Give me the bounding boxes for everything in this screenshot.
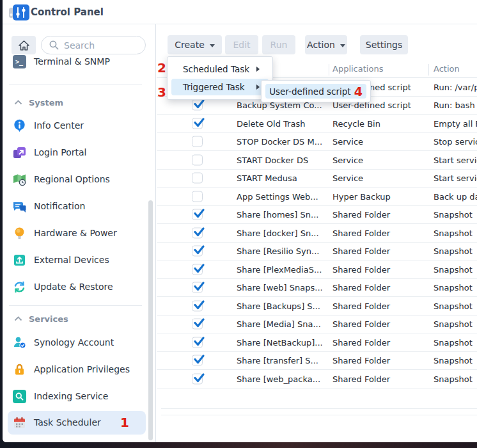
- sidebar-item-indexing-service[interactable]: Indexing Service: [13, 388, 108, 404]
- task-name: STOP Docker DS M...: [237, 137, 322, 147]
- table-row[interactable]: Share [web] Snaps... Shared Folder Snaps…: [157, 279, 477, 298]
- task-application: Shared Folder: [332, 374, 390, 383]
- home-button[interactable]: [12, 36, 36, 54]
- search-icon: [49, 40, 59, 51]
- sidebar-item-update-restore[interactable]: Update & Restore: [13, 279, 113, 294]
- action-button[interactable]: Action: [305, 35, 347, 54]
- task-action: Snapshot: [434, 283, 473, 292]
- row-checkbox[interactable]: [192, 118, 203, 129]
- column-header-action[interactable]: Action: [434, 64, 460, 74]
- sidebar-item-application-privileges[interactable]: Application Privileges: [13, 362, 130, 377]
- task-action: Snapshot: [434, 356, 473, 365]
- row-checkbox[interactable]: [192, 319, 203, 330]
- divider: [9, 84, 142, 84]
- row-checkbox[interactable]: [192, 227, 203, 238]
- table-row[interactable]: Share [Media] Sna... Shared Folder Snaps…: [157, 316, 477, 334]
- sidebar-item-task-scheduler[interactable]: Task Scheduler: [13, 415, 101, 430]
- task-scheduler-icon: [13, 416, 26, 429]
- home-icon: [19, 40, 29, 51]
- task-application: Shared Folder: [332, 228, 390, 237]
- task-name: Share [web] Snaps...: [237, 283, 323, 292]
- notification-icon: [13, 200, 26, 213]
- table-row[interactable]: Share [homes] Sn... Shared Folder Snapsh…: [157, 206, 477, 225]
- row-checkbox[interactable]: [192, 337, 203, 348]
- column-header-applications[interactable]: Applications: [332, 64, 383, 74]
- checkmark-icon: [192, 371, 206, 385]
- table-row[interactable]: Share [transfer] S... Shared Folder Snap…: [157, 352, 477, 371]
- indexing-service-icon: [13, 390, 26, 403]
- create-button[interactable]: Create: [168, 35, 222, 54]
- table-row[interactable]: Share [PlexMediaS... Shared Folder Snaps…: [157, 260, 477, 279]
- row-checkbox[interactable]: [192, 355, 203, 366]
- row-checkbox[interactable]: [192, 154, 203, 165]
- task-name: Share [Resilio Syn...: [237, 246, 319, 256]
- menu-item-triggered-task[interactable]: Triggered Task: [171, 79, 269, 95]
- row-checkbox[interactable]: [192, 373, 203, 384]
- sidebar-item-login-portal[interactable]: Login Portal: [13, 145, 86, 160]
- task-name: Share [PlexMediaS...: [237, 264, 322, 274]
- settings-button[interactable]: Settings: [360, 35, 408, 54]
- sidebar-item-notification[interactable]: Notification: [13, 198, 85, 214]
- row-checkbox[interactable]: [192, 136, 203, 147]
- table-row[interactable]: Share [web_packa... Shared Folder Snapsh…: [157, 370, 477, 388]
- control-panel-window: Control Panel >_ Terminal & SNMP: [3, 0, 477, 442]
- sidebar-item-info-center[interactable]: Info Center: [13, 118, 84, 133]
- table-row[interactable]: Share [docker] Sn... Shared Folder Snaps…: [157, 224, 477, 243]
- sidebar-item-synology-account[interactable]: Synology Account: [13, 335, 114, 350]
- row-checkbox[interactable]: [192, 282, 203, 293]
- task-application: Hyper Backup: [332, 191, 391, 201]
- task-application: Shared Folder: [332, 319, 390, 329]
- application-privileges-icon: [13, 363, 26, 376]
- sidebar-item-external-devices[interactable]: External Devices: [13, 252, 109, 268]
- task-scheduler-panel: 2 Create Edit Run Action Settings Applic…: [157, 24, 477, 442]
- row-checkbox[interactable]: [192, 300, 203, 311]
- section-header-services[interactable]: Services: [14, 313, 68, 324]
- row-checkbox[interactable]: [192, 246, 203, 257]
- table-row[interactable]: Share [NetBackup]... Shared Folder Snaps…: [157, 333, 477, 352]
- table-end-line: [161, 415, 477, 415]
- task-table-body: User-defined script Run: /var/p Backup S…: [157, 78, 477, 388]
- table-row[interactable]: App Settings Web... Hyper Backup Back up…: [157, 188, 477, 206]
- checkmark-icon: [192, 335, 206, 348]
- task-action: Snapshot: [434, 374, 473, 383]
- menu-item-user-defined-script[interactable]: User-defined script 4: [265, 84, 366, 99]
- table-row[interactable]: STOP Docker DS M... Service Stop servic: [157, 133, 477, 152]
- search-input[interactable]: [64, 40, 134, 51]
- search-box[interactable]: [41, 36, 146, 54]
- window-titlebar: Control Panel: [3, 0, 477, 24]
- task-application: Shared Folder: [332, 356, 390, 365]
- task-action: Start servic: [434, 155, 477, 164]
- column-separator: [428, 64, 429, 76]
- task-application: Shared Folder: [332, 210, 390, 220]
- sidebar-item-regional-options[interactable]: Regional Options: [13, 172, 110, 187]
- run-button: Run: [262, 35, 295, 54]
- section-header-system[interactable]: System: [14, 97, 63, 108]
- task-action: Stop servic: [434, 137, 477, 147]
- terminal-icon: >_: [13, 55, 26, 68]
- task-application: Service: [332, 137, 363, 147]
- task-action: Snapshot: [434, 228, 473, 237]
- table-row[interactable]: START Medusa Service Start servic: [157, 170, 477, 188]
- sidebar-item-hardware-power[interactable]: Hardware & Power: [13, 225, 117, 241]
- row-checkbox[interactable]: [192, 100, 203, 111]
- annotation-step-4: 4: [354, 84, 363, 99]
- table-row[interactable]: Delete Old Trash Recycle Bin Empty all R: [157, 115, 477, 133]
- chevron-up-icon: [14, 316, 22, 321]
- chevron-up-icon: [14, 100, 22, 105]
- row-checkbox[interactable]: [192, 191, 203, 202]
- row-checkbox[interactable]: [192, 173, 203, 184]
- table-row[interactable]: Share [Backups] S... Shared Folder Snaps…: [157, 297, 477, 316]
- update-restore-icon: [13, 280, 26, 294]
- sidebar-item-terminal-snmp[interactable]: >_ Terminal & SNMP: [13, 54, 110, 69]
- sidebar-scrollbar-thumb[interactable]: [148, 200, 153, 440]
- menu-item-scheduled-task[interactable]: Scheduled Task: [171, 61, 269, 77]
- row-checkbox[interactable]: [192, 209, 203, 220]
- task-name: Share [homes] Sn...: [237, 210, 318, 220]
- page-title: Control Panel: [31, 6, 104, 18]
- task-action: Run: bash /: [434, 100, 477, 110]
- table-row[interactable]: START Docker DS Service Start servic: [157, 151, 477, 170]
- row-checkbox[interactable]: [192, 264, 203, 275]
- edit-button: Edit: [225, 35, 258, 54]
- table-row[interactable]: Share [Resilio Syn... Shared Folder Snap…: [157, 243, 477, 261]
- task-application: Recycle Bin: [332, 118, 380, 128]
